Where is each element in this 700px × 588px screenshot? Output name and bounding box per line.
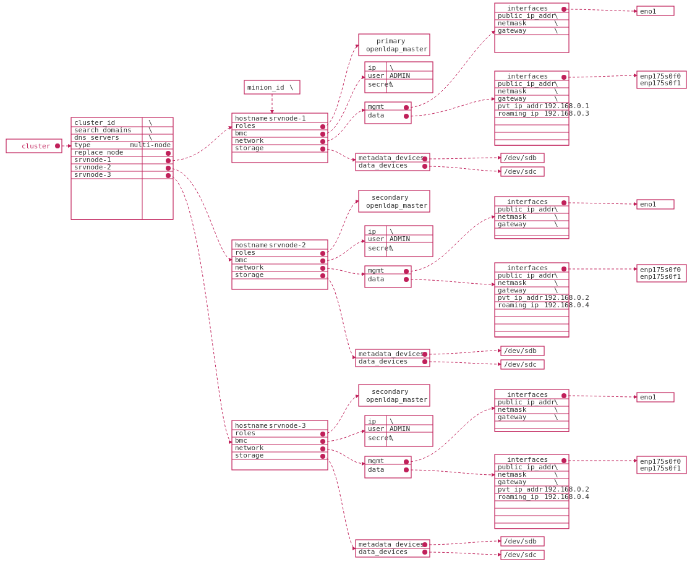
svg-text:gateway: gateway (498, 220, 527, 228)
svg-text:data_devices: data_devices (359, 357, 408, 365)
svg-text:/dev/sdb: /dev/sdb (504, 154, 537, 162)
svg-text:secret: secret (368, 244, 393, 252)
svg-text:/dev/sdb: /dev/sdb (504, 537, 537, 545)
svg-text:/dev/sdc: /dev/sdc (504, 360, 537, 369)
svg-text:eno1: eno1 (640, 393, 657, 401)
svg-text:multi-node: multi-node (130, 141, 171, 149)
conn-data2-interfaces-mid (406, 279, 495, 284)
svg-text:192.168.0.4: 192.168.0.4 (544, 493, 589, 501)
svg-text:mgmt: mgmt (368, 457, 385, 465)
svg-text:openldap_master: openldap_master (366, 202, 428, 210)
svg-text:data_devices: data_devices (359, 161, 408, 169)
conn-network1 (323, 110, 365, 142)
svg-text:srvnode-1: srvnode-1 (269, 114, 306, 122)
conn-srvnode1 (168, 127, 232, 161)
conn-metadata1-sdb (425, 158, 501, 159)
svg-text:roaming_ip: roaming_ip (498, 493, 539, 501)
svg-text:secret: secret (368, 80, 393, 88)
svg-text:data: data (368, 466, 385, 474)
conn-metadata3-sdb (425, 541, 501, 545)
svg-text:gateway: gateway (498, 27, 527, 35)
svg-text:storage: storage (235, 271, 263, 279)
svg-text:data: data (368, 111, 385, 119)
svg-text:\: \ (390, 64, 394, 72)
svg-text:192.168.0.4: 192.168.0.4 (544, 301, 589, 309)
conn-srvnode3 (168, 176, 232, 442)
svg-text:user: user (368, 235, 385, 243)
svg-text:gateway: gateway (498, 413, 527, 421)
conn-srvnode2 (168, 168, 232, 260)
svg-text:secret: secret (368, 434, 393, 442)
svg-text:user: user (368, 425, 385, 433)
svg-text:srvnode-3: srvnode-3 (269, 422, 306, 430)
svg-text:secondary: secondary (372, 388, 409, 396)
conn-bmc1 (323, 77, 365, 134)
svg-text:enp175s0f1: enp175s0f1 (640, 464, 681, 472)
conn-interfaces1-enp (564, 75, 637, 77)
svg-text:\: \ (554, 413, 558, 421)
conn-network3 (323, 449, 365, 464)
svg-text:openldap_master: openldap_master (366, 45, 428, 53)
svg-text:\: \ (390, 244, 394, 252)
svg-text:storage: storage (235, 144, 263, 152)
svg-text:secondary: secondary (372, 194, 409, 202)
svg-text:ADMIN: ADMIN (390, 235, 410, 243)
conn-roles2-secondary (323, 201, 359, 254)
svg-text:enp175s0f1: enp175s0f1 (640, 273, 681, 281)
conn-data1-sdc (425, 166, 501, 171)
conn-bmc2 (323, 241, 365, 261)
conn-interfaces1-eno1 (566, 9, 637, 11)
svg-text:primary: primary (377, 37, 406, 45)
svg-text:ip: ip (368, 64, 376, 72)
conn-data1-interfaces-mid (406, 99, 495, 116)
conn-metadata2-sdb (425, 351, 501, 354)
svg-text:eno1: eno1 (640, 7, 657, 15)
conn-data3-interfaces-mid (406, 470, 495, 475)
conn-network2 (323, 268, 365, 274)
svg-text:ADMIN: ADMIN (390, 425, 410, 433)
minion-id-label: minion_id (247, 83, 284, 92)
svg-text:/dev/sdc: /dev/sdc (504, 168, 537, 176)
cluster-dot (55, 143, 60, 148)
svg-text:srvnode-2: srvnode-2 (269, 241, 306, 249)
svg-text:storage: storage (235, 451, 263, 459)
conn-data3-sdc (425, 552, 501, 555)
conn-roles3-secondary (323, 396, 359, 434)
svg-text:user: user (368, 72, 385, 80)
svg-text:openldap_master: openldap_master (366, 396, 428, 404)
cluster-label: cluster (22, 142, 51, 150)
conn-data2-sdc (425, 362, 501, 364)
svg-text:mgmt: mgmt (368, 103, 385, 111)
svg-text:data: data (368, 275, 385, 283)
svg-text:ADMIN: ADMIN (390, 72, 410, 80)
svg-text:eno1: eno1 (640, 200, 657, 208)
field-srvnode3: srvnode-3 (74, 171, 111, 179)
svg-text:/dev/sdc: /dev/sdc (504, 551, 537, 559)
svg-text:\: \ (554, 220, 558, 228)
replace-node-dot (166, 151, 171, 156)
svg-text:\: \ (554, 27, 558, 35)
svg-text:enp175s0f1: enp175s0f1 (640, 79, 681, 87)
conn-interfaces2-eno1 (564, 203, 637, 204)
svg-text:roaming_ip: roaming_ip (498, 301, 539, 309)
svg-text:mgmt: mgmt (368, 266, 385, 275)
svg-text:\: \ (390, 434, 394, 442)
conn-interfaces3-eno1 (564, 396, 637, 397)
svg-point-47 (561, 7, 566, 12)
svg-text:\: \ (390, 80, 394, 88)
svg-text:roaming_ip: roaming_ip (498, 109, 539, 117)
svg-text:\: \ (289, 83, 294, 92)
svg-text:/dev/sdb: /dev/sdb (504, 347, 537, 355)
svg-text:192.168.0.3: 192.168.0.3 (544, 109, 589, 117)
svg-text:data_devices: data_devices (359, 548, 408, 556)
conn-roles-primary (323, 45, 359, 127)
